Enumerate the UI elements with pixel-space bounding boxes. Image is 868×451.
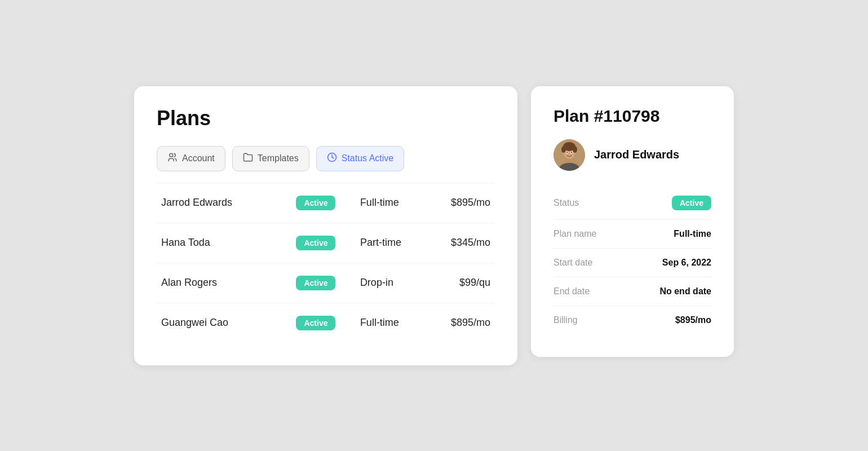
row-name: Alan Rogers	[157, 263, 291, 303]
detail-label: Start date	[553, 258, 592, 268]
table-row[interactable]: Guangwei Cao Active Full-time $895/mo	[157, 303, 495, 343]
svg-point-6	[573, 146, 577, 153]
profile-row: Jarrod Edwards	[553, 139, 711, 171]
plans-title: Plans	[157, 107, 495, 130]
row-plan: Full-time	[356, 303, 434, 343]
detail-title: Plan #110798	[553, 107, 711, 126]
detail-value: No end date	[659, 286, 711, 297]
detail-rows: Status Active Plan name Full-time Start …	[553, 187, 711, 334]
row-price: $895/mo	[434, 303, 495, 343]
detail-label: Status	[553, 198, 579, 208]
folder-icon	[243, 152, 253, 165]
table-row[interactable]: Jarrod Edwards Active Full-time $895/mo	[157, 183, 495, 223]
row-name: Hana Toda	[157, 223, 291, 263]
row-name: Jarrod Edwards	[157, 183, 291, 223]
detail-row: Plan name Full-time	[553, 219, 711, 248]
detail-label: Billing	[553, 315, 578, 325]
detail-label: Plan name	[553, 229, 597, 239]
svg-point-10	[571, 151, 572, 152]
row-status: Active	[291, 223, 355, 263]
row-status: Active	[291, 263, 355, 303]
row-price: $99/qu	[434, 263, 495, 303]
active-badge: Active	[296, 316, 335, 330]
filter-status-active-label: Status Active	[342, 153, 394, 163]
row-price: $345/mo	[434, 223, 495, 263]
clock-icon	[327, 152, 337, 165]
row-price: $895/mo	[434, 183, 495, 223]
filter-account[interactable]: Account	[157, 146, 225, 171]
active-badge: Active	[296, 236, 335, 250]
active-badge: Active	[296, 276, 335, 290]
filter-bar: Account Templates Status Active	[157, 146, 495, 171]
row-plan: Part-time	[356, 223, 434, 263]
detail-row: Status Active	[553, 187, 711, 219]
table-row[interactable]: Alan Rogers Active Drop-in $99/qu	[157, 263, 495, 303]
filter-templates[interactable]: Templates	[232, 146, 309, 171]
svg-point-9	[566, 151, 568, 152]
detail-row: End date No end date	[553, 277, 711, 306]
row-status: Active	[291, 303, 355, 343]
detail-value: $895/mo	[675, 315, 711, 325]
detail-row: Billing $895/mo	[553, 306, 711, 334]
table-row[interactable]: Hana Toda Active Part-time $345/mo	[157, 223, 495, 263]
detail-card: Plan #110798	[531, 86, 734, 357]
detail-row: Start date Sep 6, 2022	[553, 248, 711, 277]
avatar	[553, 139, 585, 171]
svg-point-0	[170, 153, 173, 157]
plans-table: Jarrod Edwards Active Full-time $895/mo …	[157, 183, 495, 343]
detail-value: Full-time	[674, 229, 711, 239]
row-plan: Drop-in	[356, 263, 434, 303]
plans-card: Plans Account Templates	[134, 86, 517, 365]
row-status: Active	[291, 183, 355, 223]
detail-active-badge: Active	[672, 196, 711, 210]
row-name: Guangwei Cao	[157, 303, 291, 343]
svg-point-5	[561, 146, 566, 153]
filter-templates-label: Templates	[258, 153, 299, 163]
main-layout: Plans Account Templates	[134, 86, 734, 365]
active-badge: Active	[296, 196, 335, 210]
row-plan: Full-time	[356, 183, 434, 223]
account-icon	[167, 152, 178, 165]
filter-account-label: Account	[182, 153, 215, 163]
detail-value: Sep 6, 2022	[662, 258, 711, 268]
filter-status-active[interactable]: Status Active	[316, 146, 405, 171]
profile-name: Jarrod Edwards	[594, 148, 679, 161]
detail-label: End date	[553, 286, 590, 297]
